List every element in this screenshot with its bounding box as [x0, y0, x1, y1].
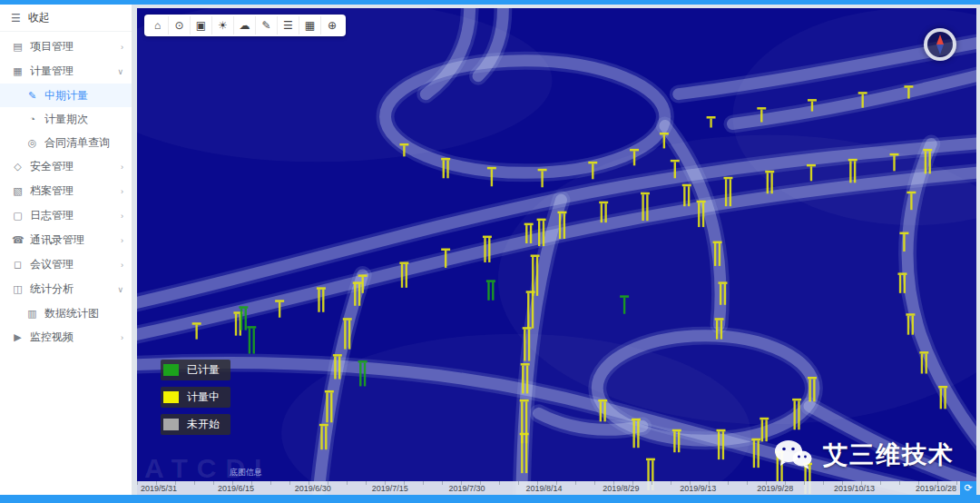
measure-period-icon: ◔: [26, 113, 38, 124]
data-stats-chart-icon: ▥: [26, 308, 38, 320]
sidebar-item-measure-mgmt[interactable]: ▦计量管理∨: [0, 59, 132, 84]
sidebar-item-label: 中期计量: [44, 88, 88, 104]
legend-swatch: [163, 419, 179, 430]
compass-needle-south: [936, 44, 944, 54]
chevron-right-icon: ›: [121, 43, 123, 52]
meeting-mgmt-icon: ◻: [12, 259, 24, 271]
map-info-label: 底图信息: [230, 467, 262, 478]
timeline-refresh-button[interactable]: ⟳: [960, 481, 976, 495]
chevron-right-icon: ›: [121, 163, 123, 172]
timeline-bar[interactable]: 2019/5/312019/6/152019/6/302019/7/152019…: [137, 481, 976, 495]
measure-mgmt-icon: ▦: [12, 65, 24, 77]
hamburger-icon: ☰: [11, 12, 21, 25]
sidebar-item-label: 计量期次: [44, 112, 88, 127]
legend-swatch: [163, 391, 179, 403]
sidebar-item-data-stats-chart[interactable]: ▥数据统计图: [0, 301, 132, 325]
main-content: ☰ 收起 ▤项目管理›▦计量管理∨✎中期计量◔计量期次◎合同清单查询◇安全管理›…: [0, 5, 980, 495]
legend-label: 计量中: [187, 390, 220, 405]
timeline-date: 2019/9/28: [757, 484, 793, 493]
timeline-date: 2019/6/30: [295, 484, 331, 493]
list-icon[interactable]: ☰: [278, 16, 299, 35]
sidebar-item-label: 通讯录管理: [30, 232, 84, 248]
log-mgmt-icon: ▢: [12, 210, 24, 222]
legend-swatch: [163, 364, 179, 376]
top-accent-strip: [0, 0, 980, 5]
sidebar-item-label: 计量管理: [30, 64, 74, 79]
wechat-icon: [774, 439, 812, 470]
sidebar-item-label: 数据统计图: [44, 306, 99, 321]
timeline-date: 2019/7/15: [372, 484, 408, 493]
bottom-accent-strip: [0, 495, 980, 503]
sidebar-item-label: 统计分析: [30, 281, 74, 297]
sidebar-item-label: 合同清单查询: [44, 135, 110, 151]
cloud-icon[interactable]: ☁: [234, 16, 256, 35]
status-legend: 已计量计量中未开始: [161, 360, 230, 435]
archive-mgmt-icon: ▧: [12, 185, 24, 197]
chevron-right-icon: ›: [121, 261, 123, 270]
sidebar-item-interim-measure[interactable]: ✎中期计量: [0, 84, 132, 107]
sidebar-item-stats-analysis[interactable]: ◫统计分析∨: [0, 277, 132, 301]
project-mgmt-icon: ▤: [12, 41, 24, 53]
stats-analysis-icon: ◫: [12, 283, 24, 295]
sidebar-collapse-button[interactable]: ☰ 收起: [0, 5, 132, 32]
legend-label: 已计量: [187, 362, 220, 378]
interim-measure-icon: ✎: [26, 90, 38, 102]
home-icon[interactable]: ⌂: [147, 16, 169, 35]
brand-text: 艾三维技术: [823, 439, 955, 471]
chevron-right-icon: ›: [121, 236, 123, 245]
collapse-label: 收起: [28, 10, 50, 25]
chevron-down-icon: ∨: [117, 285, 123, 294]
chevron-down-icon: ∨: [117, 67, 123, 76]
globe-icon[interactable]: ⊕: [321, 16, 343, 35]
timeline-date: 2019/10/28: [916, 484, 956, 493]
compass-widget[interactable]: [924, 28, 956, 61]
chevron-right-icon: ›: [121, 333, 123, 342]
map-3d-view[interactable]: [137, 8, 976, 495]
sidebar-menu: ▤项目管理›▦计量管理∨✎中期计量◔计量期次◎合同清单查询◇安全管理›▧档案管理…: [0, 32, 132, 495]
legend-row: 计量中: [161, 387, 230, 408]
eye-icon[interactable]: ⊙: [169, 16, 191, 35]
timeline-date: 2019/8/29: [603, 484, 639, 493]
measure-icon[interactable]: ✎: [256, 16, 278, 35]
sidebar-item-label: 日志管理: [30, 208, 74, 223]
sidebar-item-video-monitor[interactable]: ▶监控视频›: [0, 325, 132, 350]
timeline-date: 2019/7/30: [449, 484, 485, 493]
app-window: ☰ 收起 ▤项目管理›▦计量管理∨✎中期计量◔计量期次◎合同清单查询◇安全管理›…: [0, 0, 980, 503]
compass-needle-north: [936, 35, 944, 44]
timeline-dates: 2019/5/312019/6/152019/6/302019/7/152019…: [137, 481, 960, 495]
timeline-date: 2019/8/14: [525, 484, 562, 493]
sun-icon[interactable]: ☀: [212, 16, 234, 35]
video-monitor-icon: ▶: [12, 331, 24, 343]
pier-measured: [486, 280, 495, 300]
contract-query-icon: ◎: [26, 137, 38, 149]
sidebar-item-label: 项目管理: [30, 39, 74, 54]
sidebar-item-log-mgmt[interactable]: ▢日志管理›: [0, 203, 132, 228]
sidebar-item-label: 安全管理: [30, 159, 74, 174]
sidebar-item-contract-query[interactable]: ◎合同清单查询: [0, 131, 132, 154]
safety-mgmt-icon: ◇: [12, 161, 24, 173]
sidebar-item-project-mgmt[interactable]: ▤项目管理›: [0, 35, 132, 59]
sidebar-item-label: 监控视频: [30, 330, 74, 345]
grid-icon[interactable]: ▦: [299, 16, 321, 35]
sidebar-item-archive-mgmt[interactable]: ▧档案管理›: [0, 179, 132, 203]
brand-watermark: 艾三维技术: [774, 439, 955, 471]
timeline-date: 2019/9/13: [680, 484, 716, 493]
legend-label: 未开始: [187, 417, 220, 432]
timeline-date: 2019/10/13: [834, 484, 875, 493]
image-icon[interactable]: ▣: [191, 16, 212, 35]
sidebar-item-safety-mgmt[interactable]: ◇安全管理›: [0, 154, 132, 179]
viewport: ⌂⊙▣☀☁✎☰▦⊕ 已计量计量中未开始 ATCDI 底图信息: [137, 8, 976, 495]
sidebar-item-measure-period[interactable]: ◔计量期次: [0, 107, 132, 131]
timeline-date: 2019/6/15: [218, 484, 254, 493]
chevron-right-icon: ›: [121, 212, 123, 221]
legend-row: 已计量: [161, 360, 230, 380]
contacts-mgmt-icon: ☎: [12, 234, 24, 246]
pier-measured: [247, 326, 256, 353]
map-toolbar: ⌂⊙▣☀☁✎☰▦⊕: [144, 15, 346, 36]
sidebar-item-meeting-mgmt[interactable]: ◻会议管理›: [0, 252, 132, 277]
sidebar-item-contacts-mgmt[interactable]: ☎通讯录管理›: [0, 228, 132, 252]
sidebar-item-label: 会议管理: [30, 257, 74, 272]
sidebar-item-label: 档案管理: [30, 183, 74, 199]
legend-row: 未开始: [161, 414, 230, 435]
timeline-date: 2019/5/31: [141, 484, 177, 493]
